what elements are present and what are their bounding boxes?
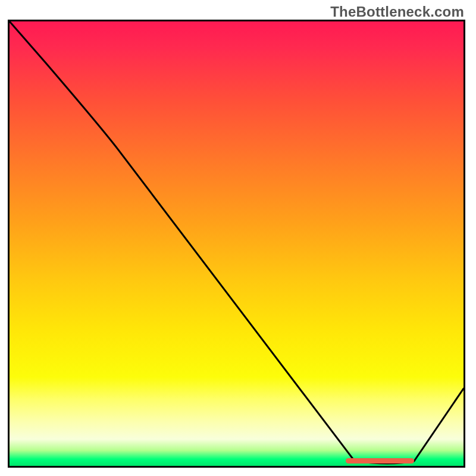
optimal-range-marker (346, 458, 414, 464)
attribution-text: TheBottleneck.com (330, 4, 464, 20)
chart-frame (8, 20, 465, 468)
background-gradient (10, 21, 464, 466)
